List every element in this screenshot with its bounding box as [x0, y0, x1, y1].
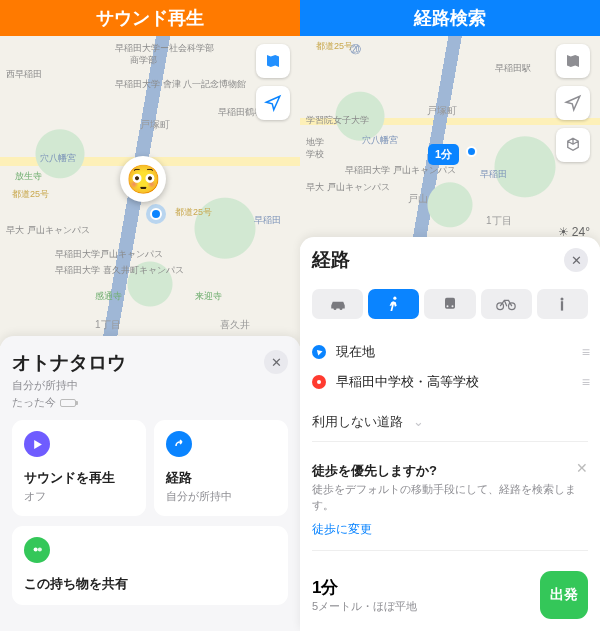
route-sub: 自分が所持中 — [166, 489, 276, 504]
svg-point-4 — [447, 305, 449, 307]
route-title: 経路 — [312, 247, 350, 273]
map-label: 学校 — [306, 148, 324, 161]
play-sound-sub: オフ — [24, 489, 134, 504]
origin-icon — [312, 345, 326, 359]
map-label: 来迎寺 — [195, 290, 222, 303]
destination-dot — [466, 146, 477, 157]
route-icon — [166, 431, 192, 457]
go-button[interactable]: 出発 — [540, 571, 588, 619]
map-label: 都道25号 — [12, 188, 49, 201]
play-sound-card[interactable]: サウンドを再生 オフ — [12, 420, 146, 516]
map-label: 早稲田大学戸山キャンパス — [55, 248, 163, 261]
dismiss-prompt[interactable]: ✕ — [576, 460, 588, 476]
mode-segmented — [312, 289, 588, 319]
share-icon — [24, 537, 50, 563]
prompt-link[interactable]: 徒歩に変更 — [312, 521, 588, 538]
destination-row[interactable]: 早稲田中学校・高等学校 ≡ — [312, 367, 588, 397]
device-time: たった今 — [12, 395, 126, 410]
reorder-grip[interactable]: ≡ — [582, 374, 588, 390]
route-card[interactable]: 経路 自分が所持中 — [154, 420, 288, 516]
reorder-grip[interactable]: ≡ — [582, 344, 588, 360]
map-label: 商学部 — [130, 54, 157, 67]
map-mode-button[interactable] — [256, 44, 290, 78]
svg-point-7 — [509, 303, 516, 310]
prompt-title: 徒歩を優先しますか? — [312, 462, 588, 480]
device-owner: 自分が所持中 — [12, 378, 126, 393]
svg-point-5 — [452, 305, 454, 307]
mode-transit[interactable] — [424, 289, 475, 319]
map-label: 早稲田駅 — [495, 62, 531, 75]
map-label: ⑳ — [350, 42, 361, 57]
map-label: 感通寺 — [95, 290, 122, 303]
svg-point-8 — [561, 297, 564, 300]
route-label: 経路 — [166, 469, 276, 487]
destination-text: 早稲田中学校・高等学校 — [336, 373, 572, 391]
mode-bike[interactable] — [481, 289, 532, 319]
map-mode-button[interactable] — [556, 44, 590, 78]
map-label: 早大 戸山キャンパス — [306, 181, 390, 194]
map-label: 戸塚町 — [140, 118, 170, 132]
map-label: 都道25号 — [175, 206, 212, 219]
map-label: 穴八幡宮 — [40, 152, 76, 165]
device-title: オトナタロウ — [12, 350, 126, 376]
map-label: 戸塚町 — [427, 104, 457, 118]
prompt-body: 徒歩をデフォルトの移動手段にして、経路を検索します。 — [312, 482, 588, 513]
left-sheet: オトナタロウ 自分が所持中 たった今 ✕ サウンドを再生 オフ 経路 自分が所持… — [0, 336, 300, 631]
svg-point-2 — [393, 297, 396, 300]
map-label: 放生寺 — [15, 170, 42, 183]
destination-icon — [312, 375, 326, 389]
map-label: 1丁目 — [486, 214, 512, 228]
map-label: 1丁目 — [95, 318, 121, 332]
play-sound-label: サウンドを再生 — [24, 469, 134, 487]
map-label: 早稲田 — [254, 214, 281, 227]
device-pin[interactable]: 😳 — [120, 156, 166, 202]
battery-icon — [60, 399, 76, 407]
chevron-down-icon: ⌄ — [413, 414, 424, 429]
avoid-roads-row[interactable]: 利用しない道路 ⌄ — [312, 405, 588, 442]
play-icon — [24, 431, 50, 457]
map-label: 西早稲田 — [6, 68, 42, 81]
route-distance: 5メートル・ほぼ平地 — [312, 599, 417, 614]
origin-row[interactable]: 現在地 ≡ — [312, 337, 588, 367]
3d-button[interactable] — [556, 128, 590, 162]
locate-button[interactable] — [256, 86, 290, 120]
left-map[interactable]: 早稲田大学ー社会科学部 商学部 西早稲田 早稲田大学 會津 八一記念博物館 戸塚… — [0, 36, 300, 346]
svg-point-10 — [317, 380, 321, 384]
share-label: この持ち物を共有 — [24, 575, 276, 593]
left-header: サウンド再生 — [0, 0, 300, 36]
right-header: 経路検索 — [300, 0, 600, 36]
map-label: 都道25号 — [316, 40, 353, 53]
origin-text: 現在地 — [336, 343, 572, 361]
share-card[interactable]: この持ち物を共有 — [12, 526, 288, 605]
locate-button[interactable] — [556, 86, 590, 120]
svg-point-1 — [37, 547, 41, 551]
current-location-dot — [150, 208, 162, 220]
route-eta: 1分 — [312, 576, 417, 599]
map-label: 早稲田大学 喜久井町キャンパス — [55, 264, 184, 277]
mode-car[interactable] — [312, 289, 363, 319]
map-label: 穴八幡宮 — [362, 134, 398, 147]
mode-walk[interactable] — [368, 289, 419, 319]
close-button[interactable]: ✕ — [264, 350, 288, 374]
map-label: 早稲田大学 會津 八一記念博物館 — [115, 78, 246, 91]
eta-chip: 1分 — [428, 144, 459, 165]
svg-rect-9 — [561, 301, 563, 310]
map-label: 早大 戸山キャンパス — [6, 224, 90, 237]
right-map[interactable]: 都道25号 ⑳ 学習院女子大学 早稲田駅 戸塚町 地学 学校 穴八幡宮 早稲田大… — [300, 36, 600, 247]
map-label: 学習院女子大学 — [306, 114, 369, 127]
walk-prompt: ✕ 徒歩を優先しますか? 徒歩をデフォルトの移動手段にして、経路を検索します。 … — [312, 450, 588, 551]
svg-point-0 — [33, 547, 37, 551]
svg-rect-3 — [445, 298, 455, 309]
map-label: 早稲田大学 戸山キャンパス — [345, 164, 456, 177]
map-label: 戸山 — [408, 192, 428, 206]
mode-other[interactable] — [537, 289, 588, 319]
close-button[interactable]: ✕ — [564, 248, 588, 272]
map-label: 早稲田 — [480, 168, 507, 181]
map-label: 喜久井 — [220, 318, 250, 332]
right-sheet: 経路 ✕ 現在地 ≡ 早稲田中学校・高等学校 ≡ 利用しない道路 ⌄ — [300, 237, 600, 631]
